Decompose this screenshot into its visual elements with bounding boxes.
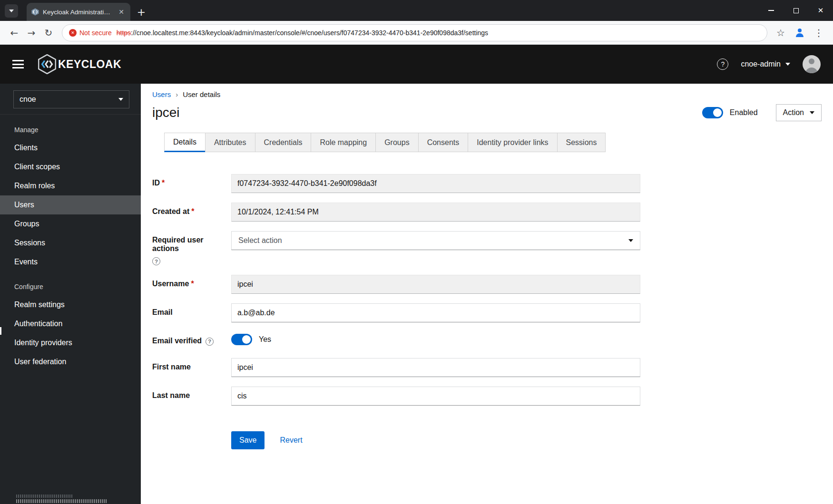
page-header: ipcei Enabled Action [152, 104, 822, 121]
breadcrumb-separator: › [176, 90, 178, 98]
required-indicator: * [191, 280, 194, 288]
sidebar-item-identity-providers[interactable]: Identity providers [0, 333, 141, 352]
required-actions-label: Required user actions ? [152, 231, 231, 265]
question-circle-icon[interactable]: ? [206, 338, 214, 346]
required-actions-select[interactable]: Select action [231, 231, 640, 250]
id-field[interactable] [231, 174, 640, 193]
sidebar-item-sessions[interactable]: Sessions [0, 233, 141, 252]
app-body: cnoe Manage Clients Client scopes Realm … [0, 84, 833, 504]
tab-sessions[interactable]: Sessions [557, 133, 606, 152]
enabled-label: Enabled [730, 108, 758, 117]
breadcrumb-current: User details [183, 90, 220, 98]
save-button[interactable]: Save [231, 431, 265, 449]
nav-toggle-hamburger-icon[interactable] [12, 60, 24, 68]
avatar[interactable] [803, 55, 821, 73]
chevron-down-icon [9, 10, 14, 12]
id-label: ID* [152, 174, 231, 193]
form-row-last-name: Last name [152, 387, 640, 406]
username-field[interactable] [231, 275, 640, 294]
masthead-right: ? cnoe-admin [717, 55, 821, 73]
first-name-field[interactable] [231, 358, 640, 377]
help-icon[interactable]: ? [717, 58, 728, 70]
realm-selector[interactable]: cnoe [13, 90, 129, 108]
nav-section-manage: Manage [0, 115, 141, 138]
revert-button[interactable]: Revert [280, 436, 302, 445]
tab-bar: Details Attributes Credentials Role mapp… [164, 133, 822, 152]
user-menu[interactable]: cnoe-admin [741, 60, 790, 68]
bookmark-star-icon[interactable]: ☆ [772, 24, 789, 41]
form-row-created-at: Created at* [152, 203, 640, 222]
realm-selector-wrap: cnoe [0, 84, 141, 115]
action-dropdown[interactable]: Action [776, 104, 822, 121]
form-row-first-name: First name [152, 358, 640, 377]
last-name-field[interactable] [231, 387, 640, 406]
user-details-form: ID* Created at* Required user actions ? [152, 174, 640, 468]
render-artifact [16, 499, 107, 503]
sidebar-item-groups[interactable]: Groups [0, 214, 141, 233]
chevron-down-icon [118, 98, 123, 101]
sidebar-item-users[interactable]: Users [0, 195, 141, 214]
new-tab-button[interactable]: + [134, 5, 148, 19]
window-close-button[interactable]: ✕ [808, 0, 833, 21]
enabled-toggle[interactable] [702, 107, 723, 118]
browser-tab[interactable]: Keycloak Administration UI ✕ [27, 3, 130, 21]
breadcrumb: Users › User details [152, 90, 822, 98]
created-at-label: Created at* [152, 203, 231, 222]
created-at-field[interactable] [231, 203, 640, 222]
header-right: Enabled Action [702, 104, 822, 121]
tab-credentials[interactable]: Credentials [255, 133, 312, 152]
sidebar-item-client-scopes[interactable]: Client scopes [0, 157, 141, 176]
window-minimize-button[interactable] [759, 0, 784, 21]
sidebar-item-clients[interactable]: Clients [0, 138, 141, 157]
keycloak-logo-icon [38, 54, 56, 74]
address-bar[interactable]: ✕ Not secure https://cnoe.localtest.me:8… [62, 24, 767, 41]
keycloak-favicon [31, 8, 39, 16]
tab-groups[interactable]: Groups [375, 133, 418, 152]
required-indicator: * [162, 179, 165, 187]
form-row-required-actions: Required user actions ? Select action [152, 231, 640, 265]
form-row-username: Username* [152, 275, 640, 294]
sidebar-item-events[interactable]: Events [0, 252, 141, 271]
action-dropdown-label: Action [783, 108, 804, 117]
profile-icon[interactable] [791, 24, 808, 41]
required-actions-placeholder: Select action [238, 236, 282, 245]
tab-details[interactable]: Details [164, 133, 206, 152]
last-name-label: Last name [152, 387, 231, 406]
not-secure-badge[interactable]: ✕ Not secure [69, 29, 112, 37]
forward-button[interactable]: → [23, 24, 40, 41]
tab-close-icon[interactable]: ✕ [117, 8, 126, 16]
browser-menu-icon[interactable]: ⋮ [810, 24, 827, 41]
question-circle-icon[interactable]: ? [152, 257, 160, 265]
keycloak-brand[interactable]: KEYCLOAK [38, 54, 121, 74]
brand-text: KEYCLOAK [58, 58, 121, 71]
sidebar-item-user-federation[interactable]: User federation [0, 352, 141, 371]
sidebar-item-authentication[interactable]: Authentication [0, 314, 141, 333]
required-indicator: * [191, 207, 194, 215]
form-row-email-verified: Email verified? Yes [152, 332, 640, 345]
maximize-icon [794, 8, 799, 13]
email-verified-toggle[interactable] [231, 334, 252, 345]
chevron-down-icon [810, 111, 814, 114]
tab-consents[interactable]: Consents [418, 133, 469, 152]
realm-name: cnoe [20, 95, 36, 104]
person-icon [794, 28, 805, 38]
window-maximize-button[interactable] [784, 0, 808, 21]
not-secure-icon: ✕ [69, 29, 77, 37]
tab-search-button[interactable] [5, 4, 18, 18]
chevron-down-icon [785, 63, 790, 66]
back-button[interactable]: ← [6, 24, 23, 41]
reload-button[interactable]: ↻ [40, 24, 57, 41]
url-scheme: https [117, 29, 131, 37]
main-content: Users › User details ipcei Enabled Actio… [141, 84, 833, 504]
chevron-down-icon [628, 239, 633, 242]
tab-role-mapping[interactable]: Role mapping [311, 133, 376, 152]
sidebar-item-realm-roles[interactable]: Realm roles [0, 176, 141, 195]
email-label: Email [152, 303, 231, 322]
email-field[interactable] [231, 303, 640, 322]
tab-attributes[interactable]: Attributes [205, 133, 255, 152]
tab-identity-provider-links[interactable]: Identity provider links [468, 133, 557, 152]
toolbar-right: ☆ ⋮ [772, 24, 827, 41]
breadcrumb-users-link[interactable]: Users [152, 90, 171, 98]
url-rest: ://cnoe.localtest.me:8443/keycloak/admin… [131, 29, 488, 37]
sidebar-item-realm-settings[interactable]: Realm settings [0, 295, 141, 314]
